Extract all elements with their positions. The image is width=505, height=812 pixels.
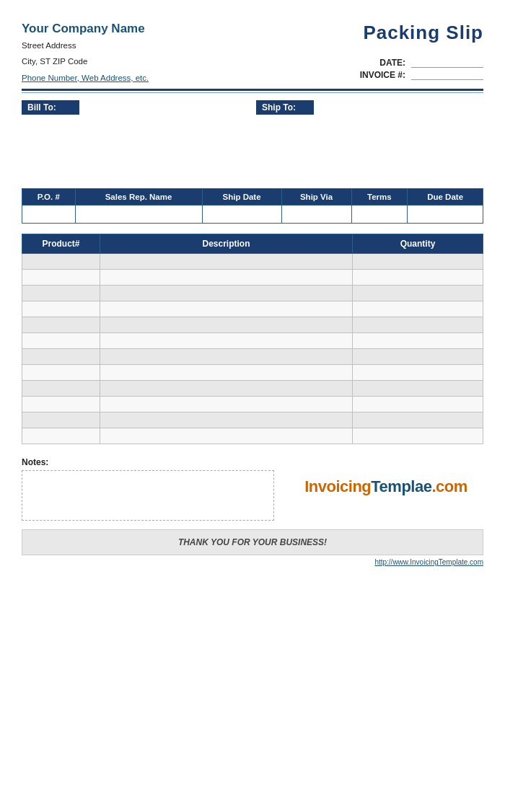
divider-light [22,92,483,93]
page-title: Packing Slip [348,22,483,44]
quantity-cell [353,301,483,317]
product-row [22,254,483,270]
product-cell [22,301,100,317]
ship-date-value [202,206,281,224]
brand-invoicing: Invoicing [304,477,371,495]
info-table-data-row [22,206,483,224]
quantity-cell [353,412,483,428]
city-state-zip: City, ST ZIP Code [22,55,348,68]
product-row [22,286,483,301]
product-cell [22,412,100,428]
product-row [22,412,483,428]
invoice-value [411,69,483,80]
terms-value [351,206,408,224]
bill-ship-section: Bill To: Ship To: [22,100,483,175]
sales-rep-value [75,206,202,224]
notes-footer-row: InvoicingTemplae.com [22,470,483,521]
footer-url: http://www.InvoicingTemplate.com [22,558,483,566]
product-cell [22,333,100,349]
date-value [411,57,483,68]
description-cell [100,428,353,444]
product-row [22,428,483,444]
quantity-cell [353,270,483,286]
description-cell [100,412,353,428]
ship-to-section: Ship To: [249,100,483,175]
company-name: Your Company Name [22,22,348,36]
col-quantity-header: Quantity [353,234,483,254]
quantity-cell [353,365,483,381]
description-cell [100,349,353,365]
product-row [22,349,483,365]
brand-logo: InvoicingTemplae.com [304,477,467,496]
col-terms: Terms [351,189,408,206]
description-cell [100,365,353,381]
col-due-date: Due Date [408,189,483,206]
street-address: Street Address [22,39,348,52]
col-sales-rep: Sales Rep. Name [75,189,202,206]
product-cell [22,286,100,301]
col-po: P.O. # [22,189,76,206]
description-cell [100,286,353,301]
quantity-cell [353,349,483,365]
product-cell [22,428,100,444]
bill-to-address [22,118,249,175]
description-cell [100,381,353,397]
product-row [22,365,483,381]
col-description-header: Description [100,234,353,254]
product-row [22,333,483,349]
brand-com: com [436,477,467,495]
info-table: P.O. # Sales Rep. Name Ship Date Ship Vi… [22,188,483,224]
ship-to-label: Ship To: [256,100,314,115]
title-date-block: Packing Slip DATE: INVOICE #: [348,22,483,81]
description-cell [100,254,353,270]
product-cell [22,254,100,270]
invoice-row: INVOICE #: [348,69,483,80]
quantity-cell [353,397,483,412]
product-cell [22,270,100,286]
quantity-cell [353,381,483,397]
product-cell [22,317,100,333]
notes-section: Notes: InvoicingTemplae.com [22,457,483,521]
product-header-row: Product# Description Quantity [22,234,483,254]
product-row [22,317,483,333]
description-cell [100,270,353,286]
po-value [22,206,76,224]
description-cell [100,397,353,412]
product-cell [22,381,100,397]
col-product-header: Product# [22,234,100,254]
col-ship-via: Ship Via [281,189,351,206]
description-cell [100,333,353,349]
product-table-body [22,254,483,444]
quantity-cell [353,286,483,301]
quantity-cell [353,333,483,349]
thank-you-bar: THANK YOU FOR YOUR BUSINESS! [22,529,483,555]
product-row [22,381,483,397]
bill-to-label: Bill To: [22,100,79,115]
product-row [22,270,483,286]
quantity-cell [353,428,483,444]
quantity-cell [353,254,483,270]
bill-to-section: Bill To: [22,100,249,175]
page-header: Your Company Name Street Address City, S… [22,22,483,84]
contact-link[interactable]: Phone Number, Web Address, etc. [22,74,149,82]
invoice-label: INVOICE #: [348,70,405,80]
due-date-value [408,206,483,224]
product-row [22,301,483,317]
divider-main [22,89,483,91]
ship-via-value [281,206,351,224]
description-cell [100,301,353,317]
info-table-header-row: P.O. # Sales Rep. Name Ship Date Ship Vi… [22,189,483,206]
notes-label: Notes: [22,457,483,467]
date-label: DATE: [348,58,405,68]
product-cell [22,397,100,412]
date-row: DATE: [348,57,483,68]
notes-textarea[interactable] [22,470,274,521]
ship-to-address [256,118,483,175]
col-ship-date: Ship Date [202,189,281,206]
brand-template: Templae [371,477,431,495]
company-info: Your Company Name Street Address City, S… [22,22,348,84]
quantity-cell [353,317,483,333]
product-table: Product# Description Quantity [22,234,483,444]
description-cell [100,317,353,333]
product-row [22,397,483,412]
